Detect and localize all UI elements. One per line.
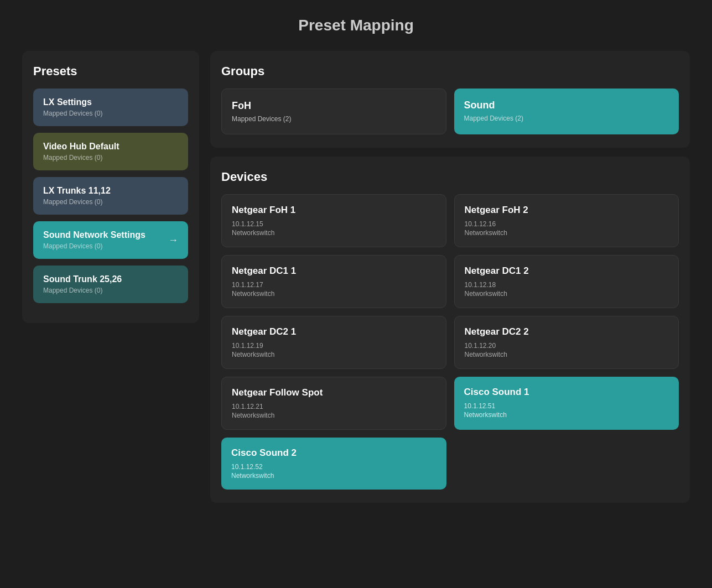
preset-card-lx-settings[interactable]: LX Settings Mapped Devices (0) [33, 89, 188, 126]
right-panel: Groups FoH Mapped Devices (2) Sound Mapp… [210, 51, 690, 503]
group-name-foh: FoH [232, 100, 436, 112]
device-ip-netgear-dc1-2: 10.1.12.18 [465, 281, 669, 289]
device-card-cisco-sound1[interactable]: Cisco Sound 1 10.1.12.51 Networkswitch [454, 377, 679, 430]
device-ip-netgear-follow-spot: 10.1.12.21 [232, 403, 436, 410]
preset-sub-lx-settings: Mapped Devices (0) [43, 110, 102, 117]
preset-name-lx-settings: LX Settings [43, 97, 102, 107]
devices-panel-title: Devices [221, 170, 679, 184]
preset-sub-video-hub: Mapped Devices (0) [43, 154, 119, 162]
device-name-cisco-sound1: Cisco Sound 1 [464, 387, 669, 398]
page-title: Preset Mapping [22, 17, 690, 34]
device-name-netgear-dc2-1: Netgear DC2 1 [232, 326, 436, 337]
preset-sub-lx-trunks: Mapped Devices (0) [43, 198, 111, 206]
devices-panel: Devices Netgear FoH 1 10.1.12.15 Network… [210, 157, 690, 503]
preset-name-video-hub: Video Hub Default [43, 142, 119, 152]
preset-card-video-hub[interactable]: Video Hub Default Mapped Devices (0) [33, 133, 188, 170]
presets-panel-title: Presets [33, 64, 188, 79]
device-card-netgear-follow-spot[interactable]: Netgear Follow Spot 10.1.12.21 Networksw… [221, 377, 446, 430]
device-card-netgear-foh2[interactable]: Netgear FoH 2 10.1.12.16 Networkswitch [454, 194, 679, 247]
preset-card-sound-trunk[interactable]: Sound Trunk 25,26 Mapped Devices (0) [33, 266, 188, 303]
device-name-cisco-sound2: Cisco Sound 2 [231, 447, 436, 459]
preset-card-lx-trunks[interactable]: LX Trunks 11,12 Mapped Devices (0) [33, 177, 188, 215]
preset-name-lx-trunks: LX Trunks 11,12 [43, 186, 111, 196]
device-card-cisco-sound2[interactable]: Cisco Sound 2 10.1.12.52 Networkswitch [221, 438, 446, 490]
preset-name-sound-network: Sound Network Settings [43, 230, 145, 240]
device-ip-cisco-sound2: 10.1.12.52 [231, 463, 436, 471]
device-type-cisco-sound1: Networkswitch [464, 411, 669, 419]
device-name-netgear-dc2-2: Netgear DC2 2 [465, 326, 669, 337]
group-card-foh[interactable]: FoH Mapped Devices (2) [221, 89, 446, 134]
devices-grid: Netgear FoH 1 10.1.12.15 Networkswitch N… [221, 194, 679, 490]
device-type-netgear-dc1-1: Networkswitch [232, 290, 436, 298]
group-sub-sound: Mapped Devices (2) [464, 115, 669, 122]
device-ip-netgear-foh1: 10.1.12.15 [232, 220, 436, 228]
group-card-sound[interactable]: Sound Mapped Devices (2) [454, 89, 679, 134]
preset-name-sound-trunk: Sound Trunk 25,26 [43, 274, 122, 284]
main-layout: Presets LX Settings Mapped Devices (0) V… [22, 51, 690, 503]
preset-sub-sound-network: Mapped Devices (0) [43, 242, 145, 250]
groups-grid: FoH Mapped Devices (2) Sound Mapped Devi… [221, 89, 679, 134]
group-name-sound: Sound [464, 100, 669, 111]
arrow-right-icon: → [168, 235, 178, 246]
group-sub-foh: Mapped Devices (2) [232, 115, 436, 123]
device-card-netgear-foh1[interactable]: Netgear FoH 1 10.1.12.15 Networkswitch [221, 194, 446, 247]
device-card-netgear-dc1-1[interactable]: Netgear DC1 1 10.1.12.17 Networkswitch [221, 255, 446, 308]
device-name-netgear-foh2: Netgear FoH 2 [465, 205, 669, 216]
device-name-netgear-dc1-1: Netgear DC1 1 [232, 266, 436, 277]
device-type-netgear-dc1-2: Networkswitch [465, 290, 669, 298]
device-type-netgear-foh2: Networkswitch [465, 229, 669, 237]
device-name-netgear-foh1: Netgear FoH 1 [232, 205, 436, 216]
device-ip-netgear-foh2: 10.1.12.16 [465, 220, 669, 228]
groups-panel-title: Groups [221, 64, 679, 79]
presets-panel: Presets LX Settings Mapped Devices (0) V… [22, 51, 199, 323]
preset-sub-sound-trunk: Mapped Devices (0) [43, 287, 122, 294]
device-card-netgear-dc1-2[interactable]: Netgear DC1 2 10.1.12.18 Networkswitch [454, 255, 679, 308]
device-name-netgear-follow-spot: Netgear Follow Spot [232, 387, 436, 398]
device-type-cisco-sound2: Networkswitch [231, 472, 436, 480]
device-type-netgear-dc2-1: Networkswitch [232, 351, 436, 358]
device-ip-cisco-sound1: 10.1.12.51 [464, 402, 669, 410]
device-name-netgear-dc1-2: Netgear DC1 2 [465, 266, 669, 277]
device-card-netgear-dc2-2[interactable]: Netgear DC2 2 10.1.12.20 Networkswitch [454, 316, 679, 369]
device-card-netgear-dc2-1[interactable]: Netgear DC2 1 10.1.12.19 Networkswitch [221, 316, 446, 369]
preset-card-sound-network[interactable]: Sound Network Settings Mapped Devices (0… [33, 221, 188, 259]
device-ip-netgear-dc2-2: 10.1.12.20 [465, 342, 669, 350]
device-ip-netgear-dc2-1: 10.1.12.19 [232, 342, 436, 350]
device-type-netgear-foh1: Networkswitch [232, 229, 436, 237]
groups-panel: Groups FoH Mapped Devices (2) Sound Mapp… [210, 51, 690, 148]
device-type-netgear-dc2-2: Networkswitch [465, 351, 669, 358]
device-type-netgear-follow-spot: Networkswitch [232, 412, 436, 419]
device-ip-netgear-dc1-1: 10.1.12.17 [232, 281, 436, 289]
